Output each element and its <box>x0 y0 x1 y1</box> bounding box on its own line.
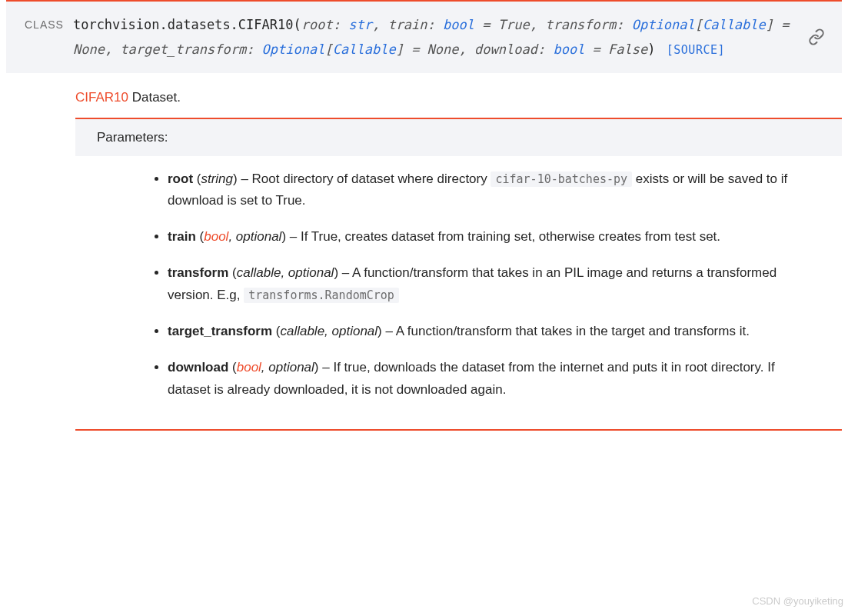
param-type: bool, optional <box>237 360 314 375</box>
signature-body: torchvision.datasets.CIFAR10(root: str, … <box>73 12 826 62</box>
param-name: root <box>168 171 193 186</box>
type-link[interactable]: Callable <box>703 17 766 32</box>
class-signature-block: CLASS torchvision.datasets.CIFAR10(root:… <box>6 0 842 73</box>
type-link[interactable]: bool <box>443 17 474 32</box>
param-type: string <box>201 171 233 186</box>
class-description: CIFAR10 Dataset. <box>6 73 842 118</box>
param-name: transform <box>545 17 616 32</box>
param-name: target_transform <box>168 324 272 338</box>
param-type: callable, optional <box>280 324 377 338</box>
permalink-icon[interactable] <box>808 28 825 45</box>
inline-code: cifar-10-batches-py <box>491 171 632 187</box>
type-link[interactable]: str <box>348 17 372 32</box>
type-external-link[interactable]: bool <box>204 229 228 244</box>
param-name: train <box>168 229 196 244</box>
inline-code: transforms.RandomCrop <box>244 288 399 303</box>
param-name: target_transform <box>120 42 246 57</box>
type-external-link[interactable]: bool <box>237 360 261 375</box>
param-name: train <box>387 17 427 32</box>
parameters-header: Parameters: <box>75 119 842 156</box>
param-name: root <box>301 17 333 32</box>
parameters-section: Parameters: root (string) – Root directo… <box>75 118 842 431</box>
default-value: False <box>608 42 647 57</box>
class-keyword-label: CLASS <box>25 12 64 62</box>
type-link[interactable]: bool <box>553 42 584 57</box>
param-type: callable, optional <box>237 265 334 280</box>
source-link[interactable]: [SOURCE] <box>667 43 725 57</box>
param-item: target_transform (callable, optional) – … <box>168 321 819 343</box>
description-text: Dataset. <box>128 90 181 105</box>
param-item: root (string) – Root directory of datase… <box>168 168 819 213</box>
type-prefix: Optional <box>632 17 695 32</box>
qualified-name: torchvision.datasets.CIFAR10 <box>73 17 294 32</box>
default-value: True <box>498 17 530 32</box>
param-item: download (bool, optional) – If true, dow… <box>168 357 819 401</box>
parameters-list: root (string) – Root directory of datase… <box>75 168 842 401</box>
param-item: train (bool, optional) – If True, create… <box>168 226 819 248</box>
param-name: transform <box>168 265 228 280</box>
default-value: None <box>73 42 105 57</box>
cifar10-link[interactable]: CIFAR10 <box>75 90 128 105</box>
type-prefix: Optional <box>262 42 325 57</box>
param-type: bool, optional <box>204 229 281 244</box>
default-value: None <box>427 42 459 57</box>
param-item: transform (callable, optional) – A funct… <box>168 262 819 307</box>
param-name: download <box>474 42 537 57</box>
param-name: download <box>168 360 228 375</box>
type-link[interactable]: Callable <box>333 42 396 57</box>
